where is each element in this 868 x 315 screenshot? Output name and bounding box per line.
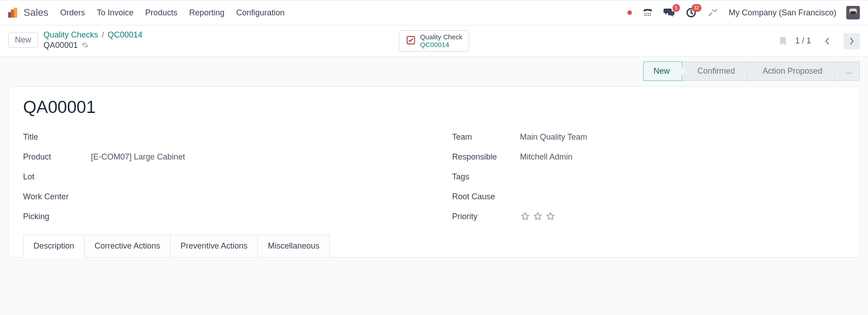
svg-rect-5 <box>646 15 647 16</box>
bookmark-icon[interactable] <box>779 36 787 46</box>
menu-orders[interactable]: Orders <box>60 8 85 18</box>
right-column: TeamMain Quality Team ResponsibleMitchel… <box>452 127 845 226</box>
value-team[interactable]: Main Quality Team <box>520 132 588 142</box>
breadcrumb-root[interactable]: Quality Checks <box>43 30 98 40</box>
form-card: QA00001 Title Product[E-COM07] Large Cab… <box>8 86 860 258</box>
brand[interactable]: Sales <box>8 7 48 19</box>
breadcrumb-current: QA00001 <box>43 41 78 50</box>
label-picking: Picking <box>23 212 91 221</box>
quality-check-ref: QC00014 <box>420 41 462 49</box>
star-icon[interactable] <box>545 212 555 221</box>
priority-stars[interactable] <box>520 212 555 221</box>
svg-rect-1 <box>646 13 647 14</box>
app-logo-icon <box>8 8 18 18</box>
label-work-center: Work Center <box>23 192 91 202</box>
value-responsible[interactable]: Mitchell Admin <box>520 152 573 162</box>
menu-products[interactable]: Products <box>145 8 177 18</box>
svg-rect-4 <box>645 15 645 16</box>
recording-indicator-icon <box>627 10 632 15</box>
tab-corrective-actions[interactable]: Corrective Actions <box>84 235 171 257</box>
quality-check-button[interactable]: Quality Check QC00014 <box>399 30 469 52</box>
messages-icon[interactable]: 5 <box>664 8 675 18</box>
pager-prev-button[interactable] <box>819 33 835 49</box>
label-title: Title <box>23 132 91 142</box>
label-root-cause: Root Cause <box>452 192 520 202</box>
label-responsible: Responsible <box>452 152 520 162</box>
stage-confirmed[interactable]: Confirmed <box>682 61 747 81</box>
label-priority: Priority <box>452 212 520 221</box>
pager-next-button[interactable] <box>844 33 860 49</box>
label-tags: Tags <box>452 172 520 182</box>
app-title: Sales <box>24 7 48 19</box>
pager-count[interactable]: 1 / 1 <box>795 36 811 46</box>
label-team: Team <box>452 132 520 142</box>
svg-rect-6 <box>648 15 649 16</box>
breadcrumb-parent[interactable]: QC00014 <box>108 30 142 40</box>
quality-check-label: Quality Check <box>420 33 462 41</box>
menu-reporting[interactable]: Reporting <box>189 8 224 18</box>
left-column: Title Product[E-COM07] Large Cabinet Lot… <box>23 127 416 226</box>
star-icon[interactable] <box>520 212 530 221</box>
company-switcher[interactable]: My Company (San Francisco) <box>729 8 836 18</box>
svg-rect-7 <box>650 15 651 16</box>
svg-rect-0 <box>645 13 645 14</box>
activities-icon[interactable]: 32 <box>685 8 697 18</box>
stage-new[interactable]: New <box>643 61 682 81</box>
tab-description[interactable]: Description <box>23 235 85 257</box>
menu-configuration[interactable]: Configuration <box>236 8 285 18</box>
value-product[interactable]: [E-COM07] Large Cabinet <box>91 152 185 162</box>
voip-icon[interactable] <box>642 8 654 18</box>
main-menu: Orders To Invoice Products Reporting Con… <box>60 8 285 18</box>
menu-to-invoice[interactable]: To Invoice <box>97 8 133 18</box>
new-button[interactable]: New <box>8 32 38 48</box>
user-avatar[interactable] <box>846 6 860 19</box>
tab-preventive-actions[interactable]: Preventive Actions <box>170 235 258 257</box>
notebook-tabs: Description Corrective Actions Preventiv… <box>23 235 845 257</box>
svg-rect-2 <box>648 13 649 14</box>
statusbar: New Confirmed Action Proposed ... <box>0 57 868 81</box>
gear-icon[interactable] <box>81 42 89 49</box>
messages-badge: 5 <box>673 4 680 12</box>
activities-badge: 32 <box>692 4 702 12</box>
checkbox-checked-icon <box>406 35 416 47</box>
systray: 5 32 My Company (San Francisco) <box>627 6 860 19</box>
stage-action-proposed[interactable]: Action Proposed <box>747 61 835 81</box>
breadcrumb: Quality Checks / QC00014 QA00001 <box>43 30 142 50</box>
control-bar: New Quality Checks / QC00014 QA00001 Qua… <box>0 25 868 57</box>
tools-icon[interactable] <box>707 8 719 18</box>
breadcrumb-sep-icon: / <box>102 30 104 40</box>
star-icon[interactable] <box>533 212 543 221</box>
record-name: QA00001 <box>23 98 845 117</box>
svg-rect-3 <box>650 13 651 14</box>
label-lot: Lot <box>23 172 91 182</box>
top-nav: Sales Orders To Invoice Products Reporti… <box>0 0 868 25</box>
label-product: Product <box>23 152 91 162</box>
tab-miscellaneous[interactable]: Miscellaneous <box>257 235 330 257</box>
